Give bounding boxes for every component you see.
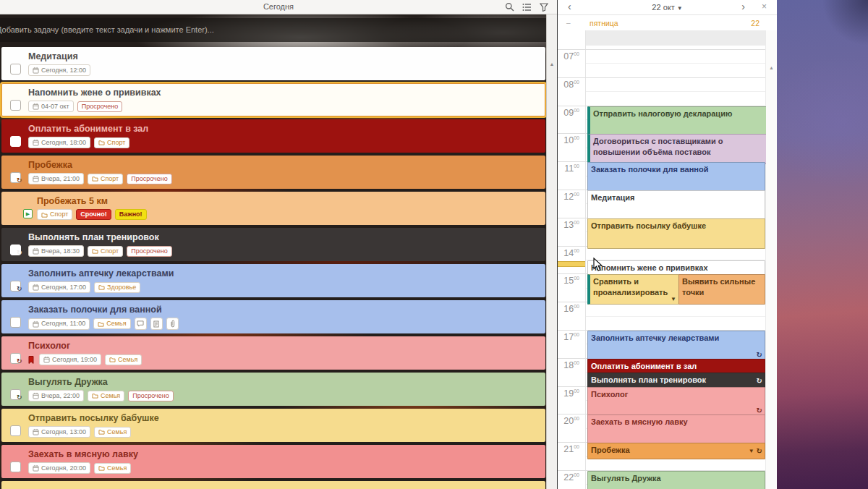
calendar-header: ‹ 22 окт▼ › × — [558, 0, 777, 15]
project-badge[interactable]: Спорт — [94, 137, 129, 148]
project-badge[interactable]: Спорт — [88, 246, 123, 257]
play-icon[interactable]: ▶ — [23, 209, 33, 218]
task-title: Напомнить жене о прививках — [1, 83, 545, 101]
folder-icon — [41, 212, 48, 218]
event-title: Психолог — [591, 390, 628, 399]
task-badges: СпортСрочно!Важно! — [1, 209, 545, 220]
calendar-event[interactable]: Пробежка▼↻ — [587, 443, 765, 459]
half-hour-line — [586, 316, 766, 317]
day-header: – пятница 22 — [558, 15, 777, 32]
project-badge[interactable]: Семья — [93, 318, 130, 329]
calendar-event[interactable]: Выгулять Дружка↻ — [587, 471, 765, 489]
event-icons: ↻ — [757, 376, 762, 386]
task-checkbox[interactable] — [10, 64, 21, 75]
badge-label: Спорт — [101, 176, 119, 182]
sort-list-icon[interactable] — [522, 3, 532, 12]
task-badges: Сегодня, 11:00Семья — [1, 318, 545, 330]
task-row[interactable]: Оплатить абонимент в залСегодня, 18:00Сп… — [1, 119, 545, 153]
task-row[interactable]: ↻Выполнять план тренировокВчера, 18:30Сп… — [1, 228, 545, 261]
badge-label: Семья — [107, 465, 127, 472]
calendar-icon — [33, 139, 39, 146]
task-row[interactable]: ▶Пробежать 5 кмСпортСрочно!Важно! — [1, 192, 545, 225]
project-badge[interactable]: Семья — [94, 427, 131, 438]
add-task-input[interactable]: Добавить задачу (введите текст задачи и … — [0, 18, 547, 42]
task-title: Пробежка — [1, 156, 545, 173]
calendar-event[interactable]: Отправить посылку бабушке — [587, 218, 765, 249]
project-badge[interactable]: Семья — [94, 463, 131, 474]
calendar-icon — [33, 67, 39, 74]
task-checkbox[interactable] — [10, 317, 21, 328]
task-checkbox[interactable] — [10, 425, 21, 436]
comment-icon[interactable] — [135, 318, 147, 330]
calendar-icon — [33, 464, 39, 472]
note-icon[interactable] — [150, 318, 163, 330]
calendar-event[interactable]: Выявить сильные точки — [678, 274, 765, 305]
screen: Сегодня Добавить задачу (введите текст з… — [0, 0, 868, 489]
hour-label: 1100 — [558, 163, 579, 174]
date-badge[interactable]: Вчера, 22:00 — [28, 390, 84, 401]
task-row[interactable]: Заказать полочки для ваннойСегодня, 11:0… — [1, 300, 545, 333]
calendar-event[interactable]: Заполнить аптечку лекарствами↻ — [587, 331, 765, 361]
calendar-scrollbar[interactable]: ▲ — [765, 30, 777, 489]
task-checkbox[interactable] — [10, 100, 21, 111]
half-hour-line — [586, 91, 766, 92]
task-row[interactable]: ↻ПсихологСегодня, 19:00Семья — [1, 336, 545, 370]
date-badge[interactable]: 04-07 окт — [28, 101, 74, 112]
hour-line — [558, 77, 766, 78]
project-badge[interactable]: Спорт — [37, 209, 72, 220]
task-row[interactable]: Отправить посылку бабушкеСегодня, 13:00С… — [1, 409, 545, 442]
date-badge[interactable]: Сегодня, 11:00 — [28, 318, 90, 330]
task-row[interactable] — [1, 481, 545, 489]
task-badges: 04-07 октПросрочено — [1, 101, 545, 112]
date-badge[interactable]: Сегодня, 13:00 — [28, 426, 90, 438]
attachment-icon[interactable] — [166, 318, 179, 330]
project-badge[interactable]: Семья — [105, 354, 142, 365]
scroll-up-arrow[interactable]: ▲ — [547, 61, 557, 67]
search-icon[interactable] — [505, 2, 514, 12]
event-icons: ▼↻ — [749, 446, 762, 456]
date-badge[interactable]: Вчера, 18:30 — [28, 245, 84, 257]
badge-label: Срочно! — [80, 211, 106, 218]
calendar-event[interactable]: Сравнить и проанализировать▼ — [587, 274, 679, 305]
close-icon[interactable]: × — [762, 0, 767, 14]
chevron-down-icon: ▼ — [677, 5, 683, 12]
date-badge[interactable]: Сегодня, 19:00 — [39, 354, 101, 365]
badge-label: Вчера, 22:00 — [41, 393, 80, 399]
project-badge[interactable]: Спорт — [88, 174, 123, 184]
filter-icon[interactable] — [540, 3, 548, 12]
date-badge[interactable]: Сегодня, 20:00 — [28, 462, 90, 474]
task-row[interactable]: Напомнить жене о прививках04-07 октПроср… — [1, 83, 545, 116]
task-checkbox[interactable] — [10, 136, 21, 147]
project-badge[interactable]: Здоровье — [94, 282, 140, 293]
calendar-event[interactable]: Заехать в мясную лавку — [587, 414, 765, 445]
date-badge[interactable]: Сегодня, 17:00 — [28, 281, 90, 293]
next-day-button[interactable]: › — [741, 0, 745, 14]
event-title: Оплатить абонимент в зал — [591, 362, 697, 370]
desktop-wallpaper — [777, 0, 868, 489]
hour-label: 0700 — [558, 51, 579, 61]
calendar-event[interactable]: Договориться с поставщиками о повышении … — [587, 134, 766, 164]
task-title: Заполнить аптечку лекарствами — [1, 264, 545, 281]
calendar-event[interactable]: Отправить налоговую декларацию — [587, 106, 766, 137]
task-row[interactable]: МедитацияСегодня, 12:00 — [1, 47, 545, 80]
project-badge[interactable]: Семья — [88, 391, 124, 401]
task-row[interactable]: ↻Заполнить аптечку лекарствамиСегодня, 1… — [1, 264, 545, 297]
repeat-icon: ↻ — [17, 177, 22, 184]
date-badge[interactable]: Сегодня, 12:00 — [28, 64, 90, 76]
scroll-up-arrow[interactable]: ▲ — [766, 65, 777, 70]
date-badge[interactable]: Вчера, 21:00 — [28, 173, 84, 184]
task-row[interactable]: ↻Выгулять ДружкаВчера, 22:00СемьяПросроч… — [1, 373, 545, 406]
calendar-event[interactable]: Психолог↻ — [587, 387, 765, 417]
allday-strip[interactable] — [586, 30, 766, 46]
calendar-event[interactable]: Заказать полочки для ванной — [587, 162, 765, 192]
calendar-event[interactable]: Медитация — [587, 190, 765, 221]
task-row[interactable]: Заехать в мясную лавкуСегодня, 20:00Семь… — [1, 445, 545, 478]
mouse-cursor — [593, 258, 603, 272]
folder-icon — [92, 248, 98, 254]
task-row[interactable]: ↻ПробежкаВчера, 21:00СпортПросрочено — [1, 156, 545, 189]
task-checkbox[interactable] — [10, 462, 21, 472]
calendar-grid[interactable]: 0700080009001000110012001300140015001600… — [558, 30, 766, 489]
date-badge[interactable]: Сегодня, 18:00 — [28, 137, 90, 148]
tasks-scrollbar[interactable]: ▲ — [546, 14, 557, 489]
task-title: Психолог — [1, 336, 545, 354]
